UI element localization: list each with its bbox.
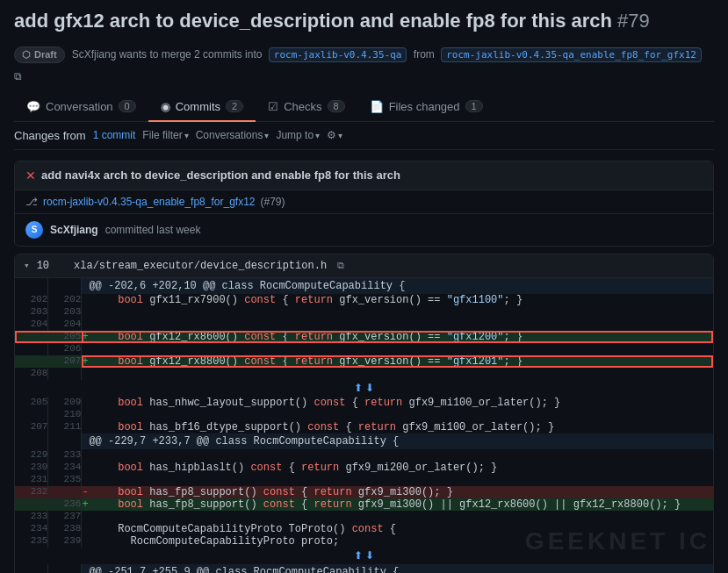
chevron-down-icon: ▾ xyxy=(264,131,269,140)
commits-count: 2 xyxy=(226,100,243,112)
copy-branch-icon[interactable]: ⧉ xyxy=(14,70,22,82)
table-row: 235 239 RocmComputeCapabilityProto proto… xyxy=(15,535,713,548)
diff-block: ▾ 10 xla/stream_executor/device_descript… xyxy=(14,254,714,573)
diff-table: @@ -202,6 +202,10 @@ class RocmComputeCa… xyxy=(15,278,713,573)
table-row: 205 + bool gfx12_rx8600() const { return… xyxy=(15,331,713,343)
table-row: 206 xyxy=(15,343,713,355)
tabs: 💬 Conversation 0 ◉ Commits 2 ☑ Checks 8 … xyxy=(14,93,714,122)
commit-title: add navi4x arch to device_description an… xyxy=(41,168,400,182)
table-row: 233 237 xyxy=(15,511,713,523)
diff-file-header: ▾ 10 xla/stream_executor/device_descript… xyxy=(15,254,713,278)
diff-hunk-header: @@ -229,7 +233,7 @@ class RocmComputeCap… xyxy=(15,433,713,449)
table-row: 229 233 xyxy=(15,449,713,462)
diff-hunk-header: @@ -202,6 +202,10 @@ class RocmComputeCa… xyxy=(15,278,713,294)
expand-row: ⬆ ⬇ xyxy=(15,380,713,397)
expand-row: ⬆ ⬇ xyxy=(15,548,713,564)
table-row: 232 - bool has_fp8_support() const { ret… xyxy=(15,486,713,498)
commit-block: ✕ add navi4x arch to device_description … xyxy=(14,161,714,247)
conversations-dropdown[interactable]: Conversations ▾ xyxy=(196,129,270,141)
conversation-icon: 💬 xyxy=(26,100,40,113)
pr-meta-text: ScXfjiang wants to merge 2 commits into … xyxy=(72,48,705,61)
tab-files[interactable]: 📄 Files changed 1 xyxy=(357,93,495,122)
checks-count: 8 xyxy=(328,100,345,112)
additions-count: 10 xyxy=(37,260,49,272)
collapse-icon[interactable]: ▾ xyxy=(24,260,30,271)
table-row: 207 + bool gfx12_rx8800() const { return… xyxy=(15,355,713,368)
gear-icon: ⚙ xyxy=(327,129,336,141)
draft-icon: ⬡ xyxy=(22,49,31,61)
commit-link[interactable]: 1 commit xyxy=(93,129,136,141)
commit-time: committed last week xyxy=(105,224,201,236)
commit-author-row: S ScXfjiang committed last week xyxy=(15,214,713,246)
table-row: 203 203 xyxy=(15,306,713,319)
chevron-down-icon: ▾ xyxy=(315,131,320,140)
diff-file-path[interactable]: xla/stream_executor/device_description.h xyxy=(74,260,327,272)
copy-path-icon[interactable]: ⧉ xyxy=(337,261,344,271)
changes-prefix: Changes from xyxy=(14,129,86,142)
branch-icon: ⎇ xyxy=(25,196,38,208)
pr-meta: ⬡ Draft ScXfjiang wants to merge 2 commi… xyxy=(14,47,714,82)
expand-lines-button[interactable]: ⬆ ⬇ xyxy=(350,549,378,562)
pr-title: add gfx12 arch to device_description and… xyxy=(14,9,650,34)
table-row: 230 234 bool has_hipblaslt() const { ret… xyxy=(15,462,713,474)
status-fail-icon: ✕ xyxy=(25,168,36,183)
table-row: 236 + bool has_fp8_support() const { ret… xyxy=(15,498,713,511)
pr-number: #79 xyxy=(617,10,650,32)
jump-to-dropdown[interactable]: Jump to ▾ xyxy=(276,129,320,141)
diff-hunk-header: @@ -251,7 +255,9 @@ class RocmComputeCap… xyxy=(15,564,713,573)
tab-checks[interactable]: ☑ Checks 8 xyxy=(256,93,357,122)
expand-lines-button[interactable]: ⬆ ⬇ xyxy=(350,382,378,394)
commits-icon: ◉ xyxy=(161,100,170,113)
table-row: 204 204 xyxy=(15,319,713,331)
table-row: 205 209 bool has_nhwc_layout_support() c… xyxy=(15,397,713,409)
base-branch[interactable]: rocm-jaxlib-v0.4.35-qa xyxy=(269,47,407,62)
files-count: 1 xyxy=(465,100,483,112)
author-name[interactable]: ScXfjiang xyxy=(50,224,98,236)
avatar: S xyxy=(25,221,43,239)
checks-icon: ☑ xyxy=(268,100,278,113)
settings-dropdown[interactable]: ⚙ ▾ xyxy=(327,129,342,141)
commit-sub: ⎇ rocm-jaxlib-v0.4.35-qa_enable_fp8_for_… xyxy=(15,190,713,214)
conversation-count: 0 xyxy=(119,100,136,112)
files-icon: 📄 xyxy=(370,100,384,113)
table-row: 202 202 bool gfx11_rx7900() const { retu… xyxy=(15,294,713,306)
table-row: 207 211 bool has_bf16_dtype_support() co… xyxy=(15,421,713,433)
table-row: 208 xyxy=(15,368,713,380)
tab-conversation[interactable]: 💬 Conversation 0 xyxy=(14,93,148,122)
table-row: 234 238 RocmComputeCapabilityProto ToPro… xyxy=(15,523,713,535)
table-row: 231 235 xyxy=(15,474,713,486)
diff-stats: 10 xyxy=(37,260,67,272)
head-branch[interactable]: rocm-jaxlib-v0.4.35-qa_enable_fp8_for_gf… xyxy=(441,47,702,62)
tab-commits[interactable]: ◉ Commits 2 xyxy=(148,93,256,122)
file-filter-dropdown[interactable]: File filter ▾ xyxy=(142,129,188,141)
table-row: 210 xyxy=(15,409,713,421)
chevron-down-icon: ▾ xyxy=(338,131,342,140)
commit-branch-link[interactable]: rocm-jaxlib-v0.4.35-qa_enable_fp8_for_gf… xyxy=(43,196,255,208)
chevron-down-icon: ▾ xyxy=(184,131,189,140)
draft-badge: ⬡ Draft xyxy=(14,47,65,63)
pr-ref: (#79) xyxy=(260,196,285,208)
changes-bar: Changes from 1 commit File filter ▾ Conv… xyxy=(14,122,714,150)
commit-header: ✕ add navi4x arch to device_description … xyxy=(15,161,713,190)
